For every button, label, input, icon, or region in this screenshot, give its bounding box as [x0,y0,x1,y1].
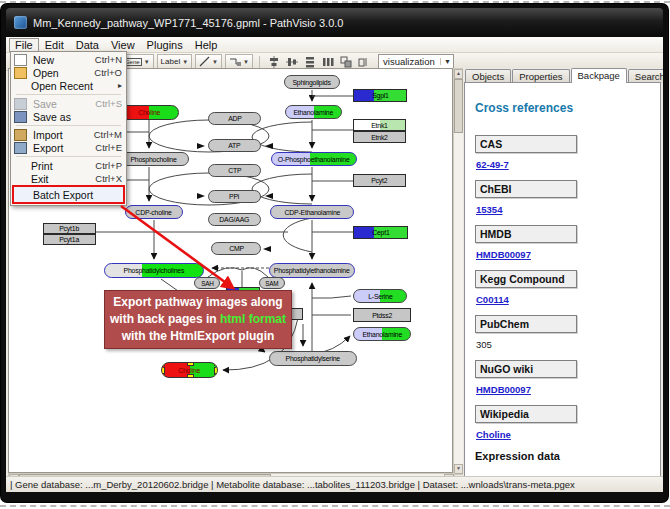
distribute-horizontal-icon[interactable] [320,55,335,69]
pathway-node-choline[interactable]: Choline [161,362,218,378]
crossref-link[interactable]: HMDB00097 [476,384,531,395]
pathway-node-cdp-choline[interactable]: CDP-choline [125,205,183,219]
menu-file[interactable]: File [9,38,39,52]
tab-objects[interactable]: Objects [465,69,511,83]
chevron-down-icon[interactable]: ▼ [212,59,218,65]
pathway-node-ethanolamine[interactable]: Ethanolamine [353,327,411,341]
align-middle-icon[interactable] [284,55,299,69]
pathway-node-o-phosphoethanolamine[interactable]: O-Phosphoethanolamine [271,152,357,166]
backpage-panel[interactable]: Cross references CAS62-49-7ChEBI15354HMD… [464,82,661,481]
pathway-node-cmp[interactable]: CMP [211,242,261,255]
menu-plugins[interactable]: Plugins [141,39,189,51]
toolbar-separator [259,56,260,68]
menu-edit[interactable]: Edit [39,39,70,51]
file-menu-item-print[interactable]: PrintCtrl+P [12,159,125,172]
pathway-node-etnk2[interactable]: Etnk2 [353,131,406,143]
backpage-section-pubchem: PubChem305 [475,315,650,350]
pathway-node-phosphatidylethanolamine[interactable]: Phosphatidylethanolamine [269,263,355,278]
pathway-node-etnk1[interactable]: Etnk1 [353,119,406,131]
pathway-node-cept1[interactable]: Cept1 [353,226,408,239]
pathway-node-ptdss2[interactable]: Ptdss2 [353,308,411,322]
backpage-section-hmdb: HMDBHMDB00097 [475,225,650,260]
pathway-node-phosphatidylserine[interactable]: Phosphatidylserine [269,351,357,366]
file-menu-item-exit[interactable]: ExitCtrl+X [12,172,125,185]
file-menu-item-save[interactable]: SaveCtrl+S [12,97,125,110]
tab-search[interactable]: Search [628,69,663,83]
node-label: Phosphocholine [130,156,176,163]
crossref-link[interactable]: 62-49-7 [476,159,509,170]
crossref-link[interactable]: 15354 [476,204,502,215]
tab-backpage[interactable]: Backpage [571,68,627,83]
pathway-node-ethanolamine[interactable]: Ethanolamine [285,105,342,119]
save-icon [14,98,27,110]
side-panel-tabs: ObjectsPropertiesBackpageSearchLegend [465,68,662,83]
pathway-node-pcyt1a[interactable]: Pcyt1a [43,234,96,245]
menu-data[interactable]: Data [70,39,105,51]
pathway-node-phosphocholine[interactable]: Phosphocholine [118,152,189,166]
pathway-node-dag-aag[interactable]: DAG/AAG [208,213,261,226]
scroll-up-arrow[interactable]: ▲ [454,69,463,79]
visualization-combobox[interactable]: visualization ▼ [378,54,454,69]
pathway-node-choline[interactable]: Choline [119,105,179,120]
chevron-down-icon[interactable]: ▼ [182,59,188,65]
group-icon[interactable] [338,55,353,69]
file-menu-item-open-recent[interactable]: Open Recent▸ [12,79,125,92]
menu-help[interactable]: Help [189,39,224,51]
vertical-scroll-thumb[interactable] [454,79,463,133]
file-menu-item-save-as[interactable]: Save as [12,110,125,123]
line-tool[interactable]: ▼ [195,54,222,69]
selection-handle[interactable] [214,367,218,374]
visualization-dropdown-arrow[interactable]: ▼ [440,58,451,65]
pathway-node-sgpl1[interactable]: Sgpl1 [353,89,407,102]
window-title: Mm_Kennedy_pathway_WP1771_45176.gpml - P… [33,17,343,29]
database-name: PubChem [475,315,577,333]
selection-handle[interactable] [187,374,194,378]
file-menu-item-open[interactable]: OpenCtrl+O [12,66,125,79]
status-bar: | Gene database: ...m_Derby_20120602.bri… [6,476,663,492]
pathway-node-ppi[interactable]: PPi [208,190,261,203]
screenshot-stage: Mm_Kennedy_pathway_WP1771_45176.gpml - P… [0,0,670,509]
file-menu-item-batch-export[interactable]: Batch Export [12,185,125,204]
pathway-node-phosphatidylcholines[interactable]: Phosphatidylcholines [104,263,204,278]
distribute-vertical-icon[interactable] [302,55,317,69]
connector-tool[interactable]: ▼ [225,54,253,69]
label-tool[interactable]: Label ▼ [157,54,193,69]
tab-properties[interactable]: Properties [512,69,569,83]
selection-handle[interactable] [187,362,194,366]
crossref-link[interactable]: HMDB00097 [476,249,531,260]
pathway-node-sphingolipids[interactable]: Sphingolipids [284,75,340,89]
file-menu-item-import[interactable]: ImportCtrl+M [12,128,125,141]
node-label: CDP-choline [136,209,172,216]
file-menu-item-export[interactable]: ExportCtrl+E [12,141,125,154]
connector-icon [229,56,241,67]
menu-item-shortcut: Ctrl+E [95,142,122,153]
file-menu-item-new[interactable]: NewCtrl+N [12,53,125,66]
no-icon [14,161,25,171]
menu-item-shortcut: Ctrl+M [94,129,122,140]
node-label: Phosphatidylethanolamine [274,267,350,274]
annotation-text: Export pathway images along with back pa… [105,294,291,344]
title-bar[interactable]: Mm_Kennedy_pathway_WP1771_45176.gpml - P… [6,8,663,37]
menu-view[interactable]: View [105,39,141,51]
pathway-node-l-serine[interactable]: L-Serine [353,289,407,303]
chevron-down-icon[interactable]: ▼ [243,59,249,65]
pathway-node-pcyt1b[interactable]: Pcyt1b [43,223,96,234]
pathway-node-cdp-ethanolamine[interactable]: CDP-Ethanolamine [270,205,354,219]
crossref-link[interactable]: C00114 [476,294,509,305]
node-label: ADP [228,115,242,122]
ungroup-icon[interactable] [356,55,371,69]
pathway-node-sam[interactable]: SAM [259,277,285,289]
scroll-down-arrow[interactable]: ▼ [454,464,463,474]
pathway-node-pcyt2[interactable]: Pcyt2 [353,174,406,187]
menu-item-label: Import [33,129,94,141]
chevron-down-icon[interactable]: ▼ [144,59,150,65]
align-center-icon[interactable] [266,55,281,69]
pathway-node-atp[interactable]: ATP [208,139,261,152]
pathvisio-window: Mm_Kennedy_pathway_WP1771_45176.gpml - P… [1,4,668,502]
selection-handle[interactable] [161,367,165,374]
pathway-node-sah[interactable]: SAH [194,277,220,289]
node-label: Phosphatidylserine [286,355,340,362]
crossref-link[interactable]: Choline [476,429,511,440]
pathway-node-ctp[interactable]: CTP [208,164,261,177]
pathway-node-adp[interactable]: ADP [208,112,261,125]
